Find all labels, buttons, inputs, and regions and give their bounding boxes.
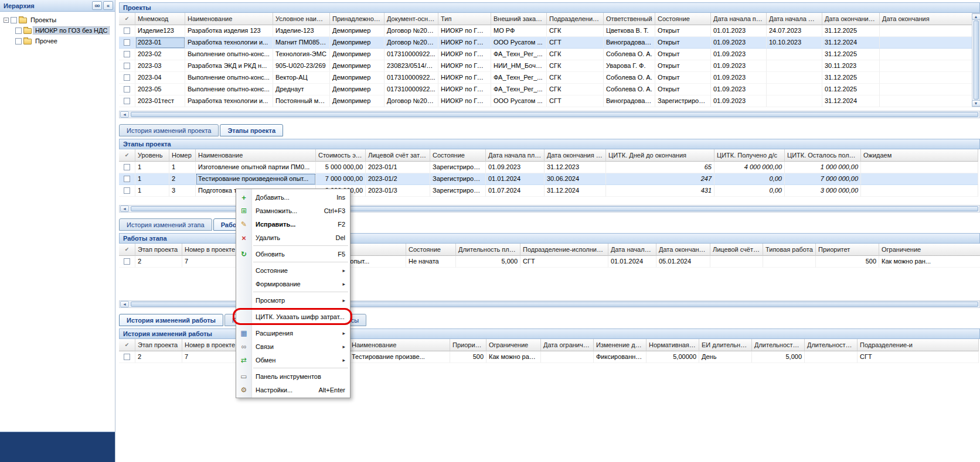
column-header[interactable]: Дата начала факт xyxy=(767,13,822,25)
tree-checkbox[interactable] xyxy=(11,17,17,23)
projects-hscroll-thumb[interactable] xyxy=(131,112,978,117)
tree-item[interactable]: НИОКР по ГОЗ без НДС xyxy=(1,25,114,36)
table-row[interactable]: Изделие123Разработка изделия 123Изделие-… xyxy=(119,25,980,37)
column-header[interactable]: Длительность план▾ xyxy=(456,244,520,256)
menu-item[interactable]: ⇄Обмен▸ xyxy=(236,353,350,367)
table-row[interactable]: 2023-03Разработка ЭКД и РКД н...905-U020… xyxy=(119,60,980,72)
menu-item[interactable]: ⚙Настройки...Alt+Enter xyxy=(236,383,350,396)
column-header[interactable]: Дата окончания xyxy=(880,13,980,25)
column-header[interactable]: Подразделение-и xyxy=(858,339,979,351)
column-header[interactable]: Мнемокод xyxy=(135,13,185,25)
column-header[interactable]: Тип xyxy=(438,13,491,25)
menu-item[interactable]: ⊞Размножить...Ctrl+F3 xyxy=(236,204,350,217)
menu-item[interactable]: ▭Панель инструментов xyxy=(236,369,350,383)
select-all-checkbox[interactable]: ✔ xyxy=(119,244,135,256)
column-header[interactable]: ЕИ длительности xyxy=(699,339,752,351)
projects-vscroll-thumb[interactable] xyxy=(974,20,979,100)
column-header[interactable]: ЦИТК. Получено д/с xyxy=(714,149,785,162)
column-header[interactable]: Наименование xyxy=(196,149,316,162)
row-checkbox[interactable] xyxy=(124,39,130,46)
row-checkbox[interactable] xyxy=(124,258,130,265)
column-header[interactable]: Приоритет xyxy=(450,339,486,351)
select-all-checkbox[interactable]: ✔ xyxy=(119,13,135,25)
column-header[interactable]: Стоимость этапа xyxy=(316,149,366,162)
menu-item[interactable]: ↻ОбновитьF5 xyxy=(236,247,350,261)
menu-item[interactable]: Просмотр▸ xyxy=(236,293,350,307)
column-header[interactable]: Состояние xyxy=(430,149,486,162)
column-header[interactable]: Подразделение-исполнитель. xyxy=(520,244,608,256)
column-header[interactable]: Наименование xyxy=(185,13,273,25)
row-checkbox[interactable] xyxy=(124,164,130,170)
column-header[interactable]: Ответственный xyxy=(604,13,655,25)
column-header[interactable]: Нормативная длит xyxy=(646,339,699,351)
select-all-checkbox[interactable]: ✔ xyxy=(119,339,135,351)
table-row[interactable]: 2023-02Выполнение опытно-конс...Технолог… xyxy=(119,49,980,60)
row-checkbox[interactable] xyxy=(124,176,130,182)
tab[interactable]: Этапы проекта xyxy=(220,124,283,136)
column-header[interactable]: Лицевой счёт затр xyxy=(710,244,763,256)
select-all-checkbox[interactable]: ✔ xyxy=(119,149,135,162)
column-header[interactable]: Дата ограничения xyxy=(541,339,594,351)
table-row[interactable]: 2023-01Разработка технологии и...Магнит … xyxy=(119,37,980,49)
scroll-up-icon[interactable]: ▲ xyxy=(972,13,980,20)
menu-item[interactable]: ▦Расширения▸ xyxy=(236,326,350,340)
column-header[interactable]: Этап проекта xyxy=(135,244,182,256)
column-header[interactable]: Ограничение xyxy=(879,244,980,256)
tree-item[interactable]: −Проекты xyxy=(1,15,114,25)
expander-icon[interactable]: − xyxy=(4,18,9,23)
row-checkbox[interactable] xyxy=(124,354,130,360)
column-header[interactable]: Приоритет xyxy=(816,244,879,256)
column-header[interactable]: Внешний заказчик xyxy=(491,13,547,25)
find-button[interactable]: oo xyxy=(92,1,102,10)
table-row[interactable]: 12Тестирование произведенной опыт...7 00… xyxy=(119,173,978,185)
menu-item[interactable]: Формирование▸ xyxy=(236,277,350,290)
menu-item[interactable]: ∞Связи▸ xyxy=(236,340,350,353)
tab[interactable]: История изменений проекта xyxy=(119,124,219,136)
column-header[interactable]: ЦИТК. Осталось получить д/с xyxy=(785,149,861,162)
menu-item-citk-shifr-zatrat[interactable]: ЦИТК. Указать шифр затрат... xyxy=(236,310,350,323)
column-header[interactable]: Дата начала план xyxy=(486,149,545,162)
column-header[interactable]: Состояние xyxy=(406,244,456,256)
column-header[interactable]: Типовая работа xyxy=(763,244,816,256)
column-header[interactable]: Ожидаем xyxy=(861,149,978,162)
tree-checkbox[interactable] xyxy=(15,38,22,45)
scroll-left-icon[interactable]: ◄ xyxy=(120,111,129,118)
column-header[interactable]: Документ-основан xyxy=(384,13,438,25)
tree-checkbox[interactable] xyxy=(15,28,22,34)
column-header[interactable]: Длительность пла xyxy=(752,339,805,351)
menu-item[interactable]: +Добавить...Ins xyxy=(236,190,350,204)
row-checkbox[interactable] xyxy=(124,51,130,57)
menu-item[interactable]: Состояние▸ xyxy=(236,263,350,277)
row-checkbox[interactable] xyxy=(124,74,130,81)
collapse-panel-button[interactable]: « xyxy=(103,1,113,10)
projects-vscrollbar[interactable]: ▲ ▼ xyxy=(972,13,980,107)
column-header[interactable]: Подразделение-от xyxy=(547,13,604,25)
row-checkbox[interactable] xyxy=(124,187,130,194)
scroll-left-icon[interactable]: ◄ xyxy=(120,301,129,307)
column-header[interactable]: Принадлежность xyxy=(330,13,384,25)
row-checkbox[interactable] xyxy=(124,98,130,104)
column-header[interactable]: Изменение длител xyxy=(594,339,646,351)
column-header[interactable]: Наименование xyxy=(349,339,450,351)
table-row[interactable]: 2023-04Выполнение опытно-конс...Вектор-А… xyxy=(119,72,980,84)
scroll-down-icon[interactable]: ▼ xyxy=(972,100,980,107)
menu-item[interactable]: ×УдалитьDel xyxy=(236,231,350,244)
column-header[interactable]: Лицевой счёт затрат xyxy=(366,149,430,162)
table-row[interactable]: 11Изготовление опытной партии ПМ0...5 00… xyxy=(119,162,978,173)
column-header[interactable]: Дата окончания план xyxy=(545,149,606,162)
column-header[interactable]: Номер xyxy=(169,149,196,162)
column-header[interactable]: Дата окончания пл xyxy=(822,13,880,25)
column-header[interactable]: ЦИТК. Дней до окончания xyxy=(606,149,714,162)
table-row[interactable]: 2023-05Выполнение опытно-конс...Дреднаут… xyxy=(119,84,980,95)
column-header[interactable]: Этап проекта xyxy=(135,339,182,351)
tab[interactable]: История изменений этапа xyxy=(119,218,212,231)
column-header[interactable]: Уровень xyxy=(135,149,169,162)
column-header[interactable]: Ограничение xyxy=(486,339,541,351)
row-checkbox[interactable] xyxy=(124,28,130,34)
column-header[interactable]: Состояние xyxy=(655,13,711,25)
column-header[interactable]: Дата окончания план xyxy=(656,244,710,256)
column-header[interactable]: Дата начала план. xyxy=(711,13,767,25)
column-header[interactable]: Дата начала план. xyxy=(608,244,656,256)
column-header[interactable]: Длительность фак xyxy=(805,339,858,351)
scroll-left-icon[interactable]: ◄ xyxy=(120,206,129,212)
